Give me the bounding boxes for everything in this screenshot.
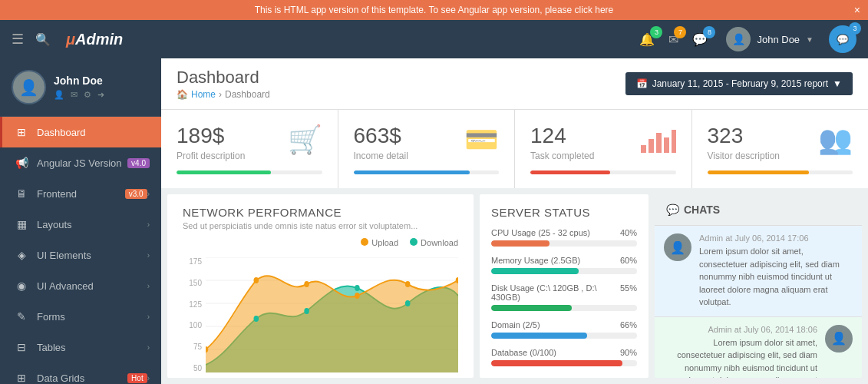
chat-button[interactable]: 💬 3 [829,25,856,53]
sidebar-item-layouts[interactable]: ▦ Layouts › [0,209,161,240]
user-settings-icon[interactable]: ⚙ [84,90,91,100]
chats-panel: 💬 CHATS 👤 Admin at July 06, 2014 17:06 L… [655,194,862,378]
server-title: SERVER STATUS [491,206,637,219]
progress-bar [530,170,610,174]
banner-text: This is HTML app version of this templat… [255,5,614,15]
sidebar-item-ui-elements[interactable]: ◈ UI Elements › [0,240,161,270]
main-layout: 👤 John Doe 👤 ✉ ⚙ ➜ ⊞ Dashboard 📢 Angular… [0,58,868,384]
sidebar-item-forms[interactable]: ✎ Forms › [0,301,161,332]
date-range-button[interactable]: 📅 January 11, 2015 - February 9, 2015 re… [625,72,853,95]
banner-close[interactable]: × [854,4,860,16]
chats-title: CHATS [684,204,720,216]
svg-point-20 [405,300,411,306]
chevron-icon: › [147,343,150,352]
sidebar-item-frontend[interactable]: 🖥 Frontend v3.0 › [0,178,161,209]
server-bar-wrap [491,333,637,339]
stat-card-income: 663$ Income detail 💳 [338,110,515,188]
server-bar [491,240,550,247]
forms-icon: ✎ [14,310,29,323]
server-percent: 40% [620,228,637,237]
chat-text: Lorem ipsum dolor sit amet, consectetuer… [664,336,817,379]
server-label: Disk Usage (C:\ 120GB , D:\ 430GB) [491,283,620,302]
server-row-header: Memory Usage (2.5GB) 60% [491,256,637,265]
chat-content: Admin at July 06, 2014 17:06 Lorem ipsum… [699,233,853,309]
hamburger-button[interactable]: ☰ [12,31,24,48]
income-icon: 💳 [464,124,499,156]
frontend-badge: v3.0 [125,189,147,199]
ui-elements-icon: ◈ [14,249,29,261]
progress-wrap [530,170,676,174]
user-menu[interactable]: 👤 John Doe ▼ [718,27,821,51]
network-title: NETWORK PERFORMANCE [183,206,458,219]
server-bar [491,333,587,339]
server-percent: 90% [620,348,637,357]
sidebar-user: 👤 John Doe 👤 ✉ ⚙ ➜ [0,58,161,117]
sidebar-item-label: Data Grids [37,372,127,384]
page-title: Dashboard [177,68,270,88]
app-logo: μAdmin [66,31,123,48]
user-logout-icon[interactable]: ➜ [97,90,104,100]
mail-button[interactable]: ✉7 [665,29,682,50]
breadcrumb-home-link[interactable]: Home [191,89,216,100]
sidebar-item-label: UI Advanced [37,280,147,292]
content-area: Dashboard 🏠 Home › Dashboard 📅 January 1… [161,58,868,384]
server-bar-wrap [491,305,637,311]
legend-upload: Upload [371,238,398,247]
search-icon[interactable]: 🔍 [35,32,51,47]
progress-wrap [354,170,500,174]
sidebar-item-dashboard[interactable]: ⊞ Dashboard [0,117,161,147]
svg-point-13 [304,281,309,287]
breadcrumb: 🏠 Home › Dashboard [177,89,270,100]
datagrid-badge: Hot [127,373,147,383]
stat-top: 124 Task completed [530,124,676,161]
progress-bar [708,170,810,174]
notifications-button[interactable]: 🔔3 [636,29,658,50]
breadcrumb-current: Dashboard [225,89,270,100]
chevron-icon: › [147,220,150,229]
server-bar-wrap [491,360,637,366]
ui-advanced-icon: ◉ [14,280,29,292]
svg-point-15 [405,281,411,287]
server-label: Domain (2/5) [491,320,540,329]
chat-avatar: 👤 [825,325,853,353]
server-bar [491,268,579,274]
server-row-header: Domain (2/5) 66% [491,320,637,329]
svg-rect-4 [672,130,676,153]
tables-icon: ⊟ [14,341,29,353]
progress-wrap [177,170,322,174]
server-row-cpu: CPU Usage (25 - 32 cpus) 40% [491,228,637,247]
sidebar-item-datagrids[interactable]: ⊞ Data Grids Hot › [0,362,161,384]
sidebar-item-angular[interactable]: 📢 Angular JS Version v4.0 [0,147,161,178]
chat-text: Lorem ipsum dolor sit amet, consectetuer… [699,245,853,309]
messages-button[interactable]: 💬8 [689,29,711,50]
stat-top: 663$ Income detail 💳 [354,124,500,161]
sidebar-item-ui-advanced[interactable]: ◉ UI Advanced › [0,270,161,301]
sidebar-item-tables[interactable]: ⊟ Tables › [0,332,161,362]
stat-value: 323 [708,124,781,148]
server-percent: 66% [620,320,637,329]
stat-label: Income detail [354,151,408,161]
server-bar-wrap [491,240,637,247]
sidebar-item-label: Layouts [37,219,147,230]
progress-bar [177,170,271,174]
chart-legend: Upload Download [361,238,458,247]
stat-card-visitors: 323 Visitor description 👥 [692,110,869,188]
user-mail-icon[interactable]: ✉ [71,90,78,100]
chevron-icon: › [147,282,150,290]
chat-author: Admin at July 06, 2014 17:06 [699,233,853,243]
server-label: Database (0/100) [491,348,556,357]
angular-icon: 📢 [14,157,29,169]
sidebar-user-icons: 👤 ✉ ⚙ ➜ [54,90,104,100]
user-profile-icon[interactable]: 👤 [54,90,64,100]
server-row-database: Database (0/100) 90% [491,348,637,366]
server-row-header: Disk Usage (C:\ 120GB , D:\ 430GB) 55% [491,283,637,302]
server-status: SERVER STATUS CPU Usage (25 - 32 cpus) 4… [480,194,649,378]
frontend-icon: 🖥 [14,187,29,200]
svg-point-19 [355,285,360,291]
breadcrumb-home-icon: 🏠 [177,89,188,100]
charts-section: NETWORK PERFORMANCE Sed ut perspiciatis … [161,188,868,384]
svg-point-12 [254,277,259,283]
server-percent: 55% [620,283,637,302]
server-row-domain: Domain (2/5) 66% [491,320,637,339]
server-label: CPU Usage (25 - 32 cpus) [491,228,590,237]
